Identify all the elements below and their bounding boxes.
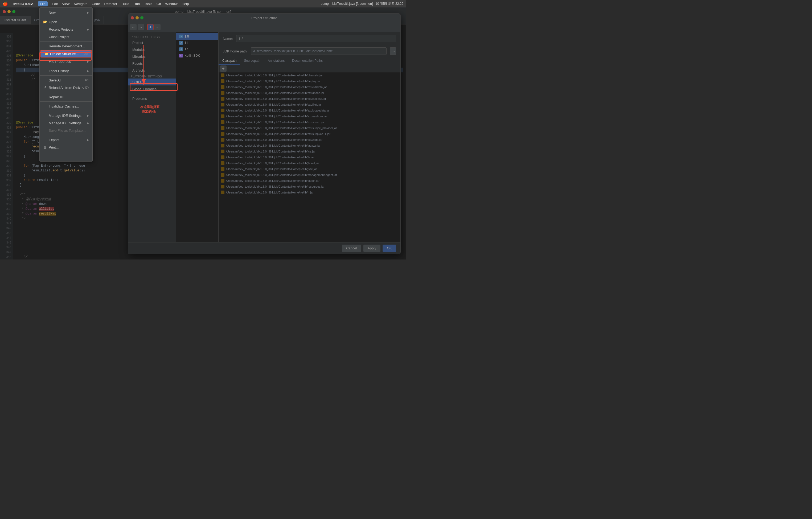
lh-arrow: ▶: [87, 69, 89, 72]
menu-git[interactable]: Git: [156, 2, 161, 6]
app-name: IntelliJ IDEA: [13, 2, 33, 6]
fp-label: File Properties: [49, 60, 71, 64]
open-label: Open...: [49, 20, 60, 24]
ps-icon: 📁: [44, 52, 49, 56]
nps-label: Manage IDE Settings: [49, 121, 82, 125]
st-label: Save File as Template...: [49, 128, 86, 132]
reload-label: Reload All from Disk: [49, 86, 80, 90]
menubar: 🍎 IntelliJ IDEA File Edit View Navigate …: [0, 0, 406, 7]
menu-navigate[interactable]: Navigate: [74, 2, 87, 6]
menu-run[interactable]: Run: [134, 2, 140, 6]
apple-icon[interactable]: 🍎: [3, 1, 8, 6]
menu-manage-ide[interactable]: Manage IDE Settings ▶: [40, 112, 92, 119]
menubar-right: opmp – ListTreeUtil.java [ft-common] 10月…: [321, 2, 403, 6]
save-label: Save All: [49, 78, 61, 82]
sep-8: [40, 135, 92, 135]
menu-project-structure[interactable]: 📁 Project Structure... ⌘;: [40, 50, 92, 58]
menu-invalidate[interactable]: Invalidate Caches...: [40, 102, 92, 110]
annotation-text: 在这里选择要 添加的jdk: [139, 101, 160, 114]
menu-refactor[interactable]: Refactor: [104, 2, 117, 6]
sep-3: [40, 66, 92, 66]
manage-label: Manage IDE Settings: [49, 114, 82, 118]
remote-label: Remote Development...: [49, 44, 85, 48]
save-shortcut: ⌘S: [84, 79, 89, 82]
sep-4: [40, 75, 92, 75]
menubar-title: opmp – ListTreeUtil.java [ft-common]: [321, 2, 373, 6]
export-label: Export: [49, 138, 59, 142]
menu-tools[interactable]: Tools: [144, 2, 152, 6]
file-menu-dropdown: New ▶ 📂 Open... Recent Projects ▶ Close …: [39, 7, 93, 161]
menubar-time: 10月5日 周四 22:29: [375, 2, 403, 6]
menu-edit[interactable]: Edit: [52, 2, 58, 6]
new-label: New: [49, 11, 56, 14]
sep-5: [40, 92, 92, 92]
recent-label: Recent Projects: [49, 27, 73, 31]
new-arrow: ▶: [87, 11, 89, 14]
recent-arrow: ▶: [87, 28, 89, 31]
menu-new-projects-setup[interactable]: Manage IDE Settings ▶: [40, 119, 92, 127]
export-arrow: ▶: [87, 139, 89, 141]
ps-label: Project Structure...: [50, 52, 79, 56]
menu-export[interactable]: Export ▶: [40, 136, 92, 144]
print-icon: 🖨: [43, 145, 47, 149]
reload-shortcut: ⌥⌘Y: [81, 86, 89, 89]
inv-label: Invalidate Caches...: [49, 104, 79, 108]
menu-close-project[interactable]: Close Project: [40, 33, 92, 40]
ps-shortcut: ⌘;: [84, 52, 88, 56]
repair-label: Repair IDE: [49, 95, 66, 99]
menu-remote-dev[interactable]: Remote Development...: [40, 42, 92, 50]
menu-save-template: Save File as Template...: [40, 127, 92, 134]
menu-help[interactable]: Help: [182, 2, 189, 6]
sep-6: [40, 101, 92, 102]
menu-repair[interactable]: Repair IDE: [40, 93, 92, 101]
menu-window[interactable]: Window: [165, 2, 177, 6]
menu-local-history[interactable]: Local History ▶: [40, 67, 92, 74]
nps-arrow: ▶: [87, 122, 89, 125]
menu-reload[interactable]: ↺ Reload All from Disk ⌥⌘Y: [40, 84, 92, 91]
menu-save-all[interactable]: Save All ⌘S: [40, 77, 92, 84]
manage-arrow: ▶: [87, 114, 89, 117]
open-icon: 📂: [43, 20, 47, 24]
reload-icon: ↺: [43, 86, 47, 89]
menu-power-save[interactable]: [40, 153, 92, 160]
menu-file-properties[interactable]: File Properties ▶: [40, 58, 92, 65]
menu-recent-projects[interactable]: Recent Projects ▶: [40, 26, 92, 33]
menu-build[interactable]: Build: [122, 2, 129, 6]
menu-print[interactable]: 🖨 Print...: [40, 144, 92, 151]
menu-new[interactable]: New ▶: [40, 9, 92, 16]
close-project-label: Close Project: [49, 35, 69, 39]
lh-label: Local History: [49, 69, 69, 73]
sep-9: [40, 152, 92, 152]
menu-file[interactable]: File: [38, 1, 48, 6]
menu-view[interactable]: View: [62, 2, 69, 6]
sep-2: [40, 41, 92, 41]
print-label: Print...: [49, 145, 59, 149]
fp-arrow: ▶: [87, 60, 89, 63]
menu-code[interactable]: Code: [92, 2, 100, 6]
menu-open[interactable]: 📂 Open...: [40, 18, 92, 26]
